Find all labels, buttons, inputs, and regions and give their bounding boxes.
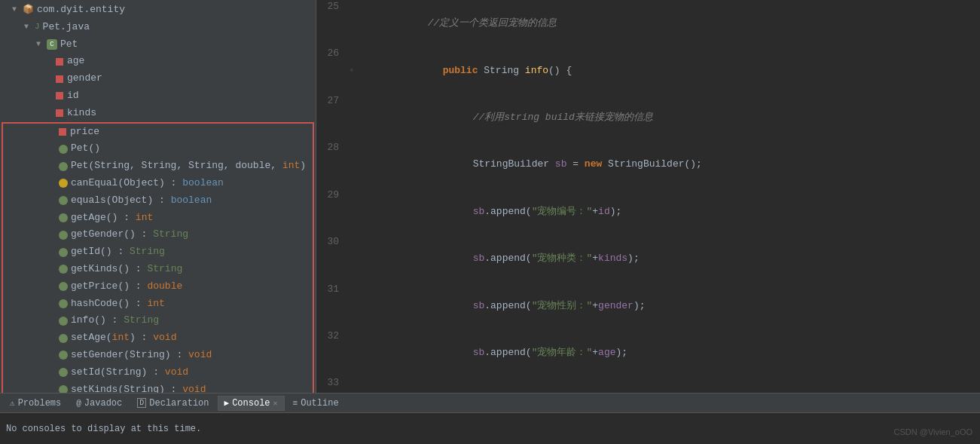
code-content-25[interactable]: //定义一个类返回宠物的信息 — [357, 0, 980, 47]
code-line-31: 31 sb.append("宠物性别："+gender); — [316, 283, 980, 329]
line-num-32: 32 — [316, 329, 347, 376]
tree-item-getid[interactable]: getId() : String — [3, 243, 313, 261]
tree-item-kinds[interactable]: kinds — [0, 105, 316, 122]
tree-item-getprice[interactable]: getPrice() : double — [3, 278, 313, 295]
console-message: No consoles to display at this time. — [6, 424, 201, 434]
getprice-label: getPrice() : double — [71, 279, 182, 295]
problems-icon: ⚠ — [10, 398, 15, 408]
method-icon-setage — [59, 334, 68, 343]
field-age-label: age — [67, 54, 84, 69]
code-content-31[interactable]: sb.append("宠物性别："+gender); — [357, 283, 980, 329]
tree-item-hashcode[interactable]: hashCode() : int — [3, 295, 313, 313]
method-icon-info — [59, 317, 68, 326]
tree-item-getkinds[interactable]: getKinds() : String — [3, 261, 313, 278]
dot-33 — [347, 376, 357, 393]
getage-label: getAge() : int — [71, 210, 153, 226]
tree-item-price[interactable]: price — [3, 124, 313, 141]
line-num-31: 31 — [316, 283, 347, 329]
tree-item-setgender[interactable]: setGender(String) : void — [3, 347, 313, 364]
dot-31 — [347, 283, 357, 329]
tab-console-label: Console — [232, 398, 270, 409]
ctor1-label: Pet() — [71, 141, 100, 157]
code-line-29: 29 sb.append("宠物编号："+id); — [316, 188, 980, 235]
java-file-icon: J — [35, 20, 40, 34]
tab-declaration-label: Declaration — [149, 398, 209, 409]
tab-console[interactable]: ▶ Console ✕ — [218, 396, 285, 411]
method-icon-setgender — [59, 351, 68, 360]
method-icon-setid — [59, 368, 68, 377]
line-num-30: 30 — [316, 235, 347, 282]
field-kinds-label: kinds — [67, 106, 96, 121]
tab-outline[interactable]: ≡ Outline — [286, 396, 346, 411]
dot-30 — [347, 235, 357, 282]
field-icon-age — [56, 58, 63, 66]
pet-java-label: Pet.java — [43, 20, 90, 35]
method-icon-getid — [59, 248, 68, 257]
dot-26: ◦ — [347, 47, 357, 93]
tree-item-pet-java[interactable]: ▼ J Pet.java — [0, 19, 316, 36]
project-tree[interactable]: ▼ 📦 com.dyit.entity ▼ J Pet.java ▼ C Pet… — [0, 0, 316, 393]
method-icon-getprice — [59, 282, 68, 291]
line-num-29: 29 — [316, 188, 347, 235]
method-icon-getgender — [59, 231, 68, 240]
code-content-29[interactable]: sb.append("宠物编号："+id); — [357, 188, 980, 235]
tree-item-age[interactable]: age — [0, 53, 316, 70]
tab-javadoc[interactable]: @ Javadoc — [69, 396, 129, 411]
code-editor[interactable]: 25 //定义一个类返回宠物的信息 26 ◦ public String inf… — [316, 0, 980, 393]
code-content-32[interactable]: sb.append("宠物年龄："+age); — [357, 329, 980, 376]
dot-28 — [347, 141, 357, 188]
code-content-26[interactable]: public String info() { — [357, 47, 980, 93]
code-content-33[interactable]: sb.append("宠物价格："+price); — [357, 376, 980, 393]
tree-item-setid[interactable]: setId(String) : void — [3, 364, 313, 381]
equals-label: equals(Object) : boolean — [71, 193, 212, 209]
field-gender-label: gender — [67, 71, 102, 87]
tree-item-id[interactable]: id — [0, 87, 316, 105]
tree-item-setage[interactable]: setAge(int) : void — [3, 329, 313, 347]
tree-item-getage[interactable]: getAge() : int — [3, 210, 313, 227]
method-icon-getkinds — [59, 265, 68, 274]
field-icon-kinds — [56, 109, 63, 117]
console-content: No consoles to display at this time. — [0, 413, 980, 444]
console-close[interactable]: ✕ — [273, 399, 278, 408]
dot-27 — [347, 94, 357, 141]
ctor2-label: Pet(String, String, String, double, int) — [71, 158, 306, 174]
code-line-27: 27 //利用string build来链接宠物的信息 — [316, 94, 980, 141]
tree-item-pkg-entity[interactable]: ▼ 📦 com.dyit.entity — [0, 2, 316, 19]
dot-29 — [347, 188, 357, 235]
line-num-28: 28 — [316, 141, 347, 188]
line-num-27: 27 — [316, 94, 347, 141]
method-icon-ctor2 — [59, 162, 68, 171]
tree-item-ctor1[interactable]: Pet() — [3, 140, 313, 158]
tab-declaration[interactable]: D Declaration — [130, 396, 215, 411]
tree-item-equals[interactable]: equals(Object) : boolean — [3, 192, 313, 210]
method-icon-setkinds — [59, 385, 68, 393]
code-line-30: 30 sb.append("宠物种类："+kinds); — [316, 235, 980, 282]
expand-arrow: ▼ — [12, 4, 23, 16]
setkinds-label: setKinds(String) : void — [71, 382, 206, 393]
code-content-28[interactable]: StringBuilder sb = new StringBuilder(); — [357, 141, 980, 188]
javadoc-icon: @ — [76, 399, 81, 408]
tree-item-getgender[interactable]: getGender() : String — [3, 226, 313, 243]
getgender-label: getGender() : String — [71, 227, 188, 243]
method-icon-hashcode — [59, 299, 68, 308]
tree-item-ctor2[interactable]: Pet(String, String, String, double, int) — [3, 158, 313, 175]
tree-item-gender[interactable]: gender — [0, 70, 316, 87]
code-content-27[interactable]: //利用string build来链接宠物的信息 — [357, 94, 980, 141]
tree-item-pet-class[interactable]: ▼ C Pet — [0, 36, 316, 54]
declaration-icon: D — [137, 398, 146, 408]
field-price-label: price — [70, 124, 99, 140]
line-num-25: 25 — [316, 0, 347, 47]
tab-outline-label: Outline — [301, 398, 338, 409]
setage-label: setAge(int) : void — [71, 330, 176, 346]
tree-item-canequal[interactable]: canEqual(Object) : boolean — [3, 175, 313, 192]
tab-problems[interactable]: ⚠ Problems — [3, 396, 68, 411]
code-line-33: 33 sb.append("宠物价格："+price); — [316, 376, 980, 393]
bottom-tabs-bar: ⚠ Problems @ Javadoc D Declaration ▶ Con… — [0, 393, 980, 413]
tree-item-setkinds[interactable]: setKinds(String) : void — [3, 381, 313, 393]
code-content-30[interactable]: sb.append("宠物种类："+kinds); — [357, 235, 980, 282]
code-lines-table: 25 //定义一个类返回宠物的信息 26 ◦ public String inf… — [316, 0, 980, 393]
dot-25 — [347, 0, 357, 47]
pet-class-label: Pet — [60, 37, 78, 53]
getid-label: getId() : String — [71, 244, 165, 260]
tree-item-info[interactable]: info() : String — [3, 312, 313, 329]
